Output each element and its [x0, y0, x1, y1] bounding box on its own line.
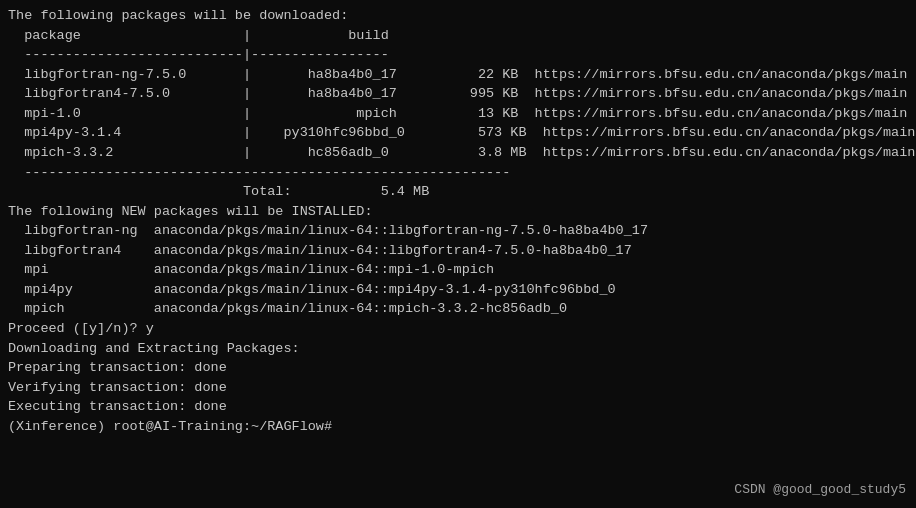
- terminal-line: package | build: [8, 26, 908, 46]
- terminal-line: Executing transaction: done: [8, 397, 908, 417]
- terminal-line: The following packages will be downloade…: [8, 6, 908, 26]
- terminal-window: The following packages will be downloade…: [0, 0, 916, 508]
- terminal-line: mpi anaconda/pkgs/main/linux-64::mpi-1.0…: [8, 260, 908, 280]
- terminal-line: Downloading and Extracting Packages:: [8, 339, 908, 359]
- terminal-output: The following packages will be downloade…: [8, 6, 908, 436]
- terminal-line: Verifying transaction: done: [8, 378, 908, 398]
- terminal-line: mpi4py anaconda/pkgs/main/linux-64::mpi4…: [8, 280, 908, 300]
- terminal-line: mpi4py-3.1.4 | py310hfc96bbd_0 573 KB ht…: [8, 123, 908, 143]
- terminal-line: libgfortran4 anaconda/pkgs/main/linux-64…: [8, 241, 908, 261]
- terminal-line: libgfortran-ng anaconda/pkgs/main/linux-…: [8, 221, 908, 241]
- terminal-line: (Xinference) root@AI-Training:~/RAGFlow#: [8, 417, 908, 437]
- terminal-line: ---------------------------|------------…: [8, 45, 908, 65]
- watermark: CSDN @good_good_study5: [734, 481, 906, 500]
- terminal-line: Preparing transaction: done: [8, 358, 908, 378]
- terminal-line: mpich anaconda/pkgs/main/linux-64::mpich…: [8, 299, 908, 319]
- terminal-line: mpich-3.3.2 | hc856adb_0 3.8 MB https://…: [8, 143, 908, 163]
- terminal-line: libgfortran4-7.5.0 | ha8ba4b0_17 995 KB …: [8, 84, 908, 104]
- terminal-line: mpi-1.0 | mpich 13 KB https://mirrors.bf…: [8, 104, 908, 124]
- terminal-line: The following NEW packages will be INSTA…: [8, 202, 908, 222]
- terminal-line: Total: 5.4 MB: [8, 182, 908, 202]
- terminal-line: libgfortran-ng-7.5.0 | ha8ba4b0_17 22 KB…: [8, 65, 908, 85]
- terminal-line: Proceed ([y]/n)? y: [8, 319, 908, 339]
- terminal-line: ----------------------------------------…: [8, 163, 908, 183]
